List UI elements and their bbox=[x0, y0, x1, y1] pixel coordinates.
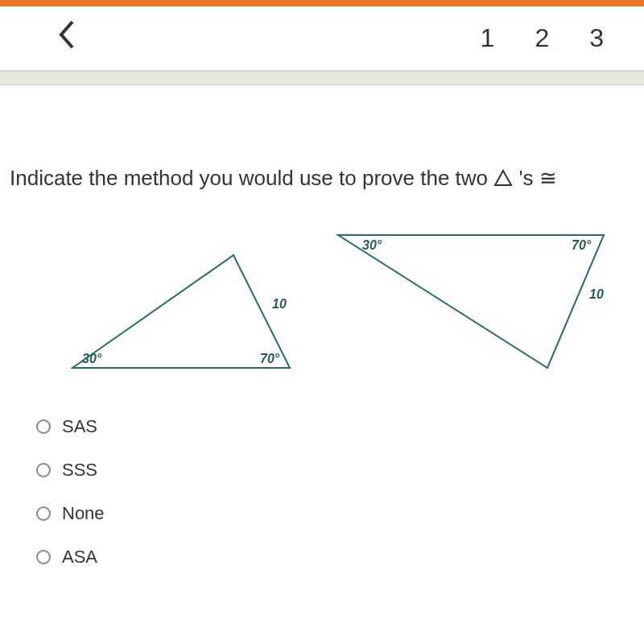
option-label: SSS bbox=[62, 460, 97, 481]
nav-number-3[interactable]: 3 bbox=[589, 23, 604, 53]
tri2-side: 10 bbox=[589, 287, 604, 302]
top-accent-bar bbox=[0, 0, 644, 6]
content-area: Indicate the method you would use to pro… bbox=[0, 85, 644, 644]
option-asa[interactable]: ASA bbox=[36, 547, 644, 568]
answer-options: SAS SSS None ASA bbox=[36, 416, 644, 568]
nav-number-1[interactable]: 1 bbox=[481, 23, 495, 53]
back-button[interactable] bbox=[56, 19, 76, 58]
question-text: Indicate the method you would use to pro… bbox=[10, 166, 636, 191]
question-before: Indicate the method you would use to pro… bbox=[10, 166, 493, 190]
radio-icon bbox=[36, 506, 51, 521]
triangle-2: 30° 70° 10 bbox=[330, 219, 620, 383]
triangle-icon bbox=[493, 169, 513, 187]
option-sss[interactable]: SSS bbox=[36, 460, 644, 481]
tri1-angle-right: 70° bbox=[260, 352, 279, 366]
radio-icon bbox=[36, 463, 51, 477]
chevron-left-icon bbox=[56, 19, 76, 51]
triangles-diagram: 30° 70° 10 30° 70° 10 bbox=[0, 215, 644, 392]
radio-icon bbox=[36, 550, 51, 564]
separator-bar bbox=[0, 71, 644, 85]
option-label: SAS bbox=[62, 416, 97, 437]
tri2-angle-right: 70° bbox=[572, 238, 591, 253]
question-after: 's ≅ bbox=[513, 166, 556, 190]
option-none[interactable]: None bbox=[36, 503, 644, 524]
header: 1 2 3 bbox=[0, 6, 644, 71]
option-sas[interactable]: SAS bbox=[36, 416, 644, 437]
tri1-side: 10 bbox=[272, 297, 287, 312]
radio-icon bbox=[36, 419, 51, 434]
option-label: ASA bbox=[62, 547, 97, 568]
question-nav: 1 2 3 bbox=[481, 23, 604, 53]
tri1-angle-left: 30° bbox=[82, 352, 101, 366]
nav-number-2[interactable]: 2 bbox=[535, 23, 549, 53]
tri2-angle-left: 30° bbox=[362, 238, 382, 253]
triangle-1: 30° 70° 10 bbox=[64, 231, 306, 379]
option-label: None bbox=[62, 503, 105, 524]
